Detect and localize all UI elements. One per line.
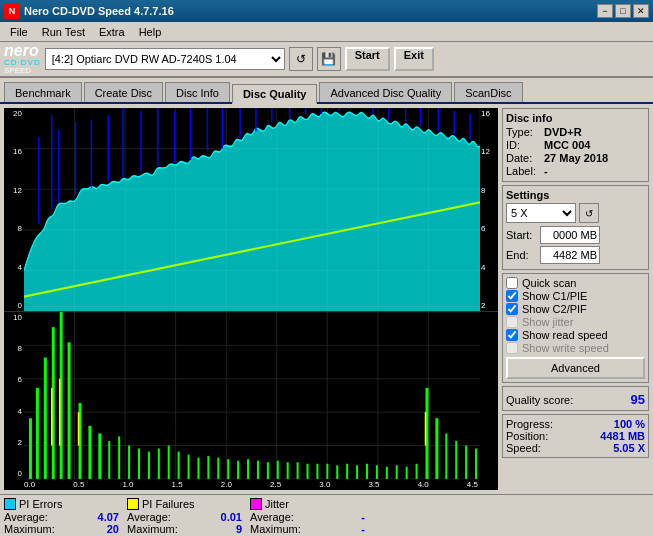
- svg-rect-105: [465, 446, 467, 479]
- jitter-header: Jitter: [250, 498, 365, 510]
- speed-row: 5 X ↺: [506, 203, 645, 223]
- read-speed-row: Show read speed: [506, 329, 645, 341]
- svg-rect-74: [158, 449, 160, 479]
- speed-select[interactable]: 5 X: [506, 203, 576, 223]
- jitter-checkbox: [506, 316, 518, 328]
- bottom-chart-y-right: [480, 312, 498, 479]
- svg-rect-61: [36, 388, 39, 479]
- quality-score-value: 95: [631, 392, 645, 407]
- quick-scan-checkbox[interactable]: [506, 277, 518, 289]
- svg-rect-87: [287, 462, 289, 479]
- svg-rect-95: [366, 464, 368, 479]
- jitter-max-row: Maximum: -: [250, 523, 365, 535]
- jitter-avg-row: Average: -: [250, 511, 365, 523]
- svg-rect-82: [237, 461, 239, 479]
- write-speed-label: Show write speed: [522, 342, 609, 354]
- c2-pif-checkbox[interactable]: [506, 303, 518, 315]
- pi-errors-header: PI Errors: [4, 498, 119, 510]
- quality-row: Quality score: 95: [506, 392, 645, 407]
- end-input[interactable]: [540, 246, 600, 264]
- disc-info-title: Disc info: [506, 112, 645, 124]
- speed-value: 5.05 X: [613, 442, 645, 454]
- tab-advanced-disc-quality[interactable]: Advanced Disc Quality: [319, 82, 452, 102]
- pi-failures-avg-row: Average: 0.01: [127, 511, 242, 523]
- tab-benchmark[interactable]: Benchmark: [4, 82, 82, 102]
- c1-pie-label: Show C1/PIE: [522, 290, 587, 302]
- jitter-row: Show jitter: [506, 316, 645, 328]
- menu-run-test[interactable]: Run Test: [36, 24, 91, 40]
- advanced-button[interactable]: Advanced: [506, 357, 645, 379]
- menu-extra[interactable]: Extra: [93, 24, 131, 40]
- disc-id-label: ID:: [506, 139, 544, 151]
- menu-help[interactable]: Help: [133, 24, 168, 40]
- save-button[interactable]: 💾: [317, 47, 341, 71]
- settings-title: Settings: [506, 189, 645, 201]
- logo-speed-text: SPEED: [4, 67, 41, 75]
- maximize-button[interactable]: □: [615, 4, 631, 18]
- start-label: Start:: [506, 229, 536, 241]
- svg-rect-77: [188, 455, 190, 479]
- bottom-chart-y-left: 10 8 6 4 2 0: [4, 312, 24, 479]
- progress-label: Progress:: [506, 418, 553, 430]
- titlebar-left: N Nero CD-DVD Speed 4.7.7.16: [4, 3, 174, 19]
- menubar: File Run Test Extra Help: [0, 22, 653, 42]
- pi-failures-max-label: Maximum:: [127, 523, 178, 535]
- write-speed-checkbox: [506, 342, 518, 354]
- svg-rect-103: [445, 433, 447, 479]
- svg-rect-68: [98, 433, 101, 479]
- disc-label-label: Label:: [506, 165, 544, 177]
- tab-create-disc[interactable]: Create Disc: [84, 82, 163, 102]
- jitter-label: Show jitter: [522, 316, 573, 328]
- disc-date-label: Date:: [506, 152, 544, 164]
- close-button[interactable]: ✕: [633, 4, 649, 18]
- svg-rect-78: [197, 458, 199, 479]
- start-button[interactable]: Start: [345, 47, 390, 71]
- logo-nero-text: nero: [4, 43, 41, 59]
- svg-rect-94: [356, 465, 358, 479]
- pi-errors-avg-label: Average:: [4, 511, 48, 523]
- bottom-chart-svg: [24, 312, 480, 479]
- svg-rect-70: [118, 437, 120, 479]
- svg-rect-72: [138, 449, 140, 479]
- svg-rect-84: [257, 461, 259, 479]
- pi-errors-max-row: Maximum: 20: [4, 523, 119, 535]
- tab-disc-info[interactable]: Disc Info: [165, 82, 230, 102]
- quick-scan-label: Quick scan: [522, 277, 576, 289]
- settings-refresh-btn[interactable]: ↺: [579, 203, 599, 223]
- progress-value: 100 %: [614, 418, 645, 430]
- start-input[interactable]: [540, 226, 600, 244]
- svg-rect-76: [178, 452, 180, 479]
- svg-rect-90: [316, 464, 318, 479]
- svg-rect-71: [128, 446, 130, 479]
- refresh-button[interactable]: ↺: [289, 47, 313, 71]
- svg-rect-69: [108, 441, 110, 479]
- c1-pie-row: Show C1/PIE: [506, 290, 645, 302]
- options-section: Quick scan Show C1/PIE Show C2/PIF Show …: [502, 273, 649, 383]
- pi-failures-stat: PI Failures Average: 0.01 Maximum: 9 Tot…: [127, 498, 242, 536]
- read-speed-checkbox[interactable]: [506, 329, 518, 341]
- c1-pie-checkbox[interactable]: [506, 290, 518, 302]
- minimize-button[interactable]: −: [597, 4, 613, 18]
- pi-errors-max-value: 20: [107, 523, 119, 535]
- tab-scandisc[interactable]: ScanDisc: [454, 82, 522, 102]
- top-chart-y-right: 16 12 8 6 4 2: [480, 108, 498, 311]
- svg-rect-88: [297, 462, 299, 479]
- jitter-avg-value: -: [361, 511, 365, 523]
- disc-label-row: Label: -: [506, 165, 645, 177]
- tab-disc-quality[interactable]: Disc Quality: [232, 84, 318, 104]
- menu-file[interactable]: File: [4, 24, 34, 40]
- nero-logo: nero CD·DVD SPEED: [4, 43, 41, 75]
- tabs-bar: Benchmark Create Disc Disc Info Disc Qua…: [0, 78, 653, 104]
- svg-rect-80: [217, 458, 219, 479]
- jitter-max-value: -: [361, 523, 365, 535]
- svg-rect-89: [307, 464, 309, 479]
- svg-rect-97: [386, 467, 388, 479]
- svg-rect-60: [29, 418, 32, 479]
- jitter-stat: Jitter Average: - Maximum: - PO failures…: [250, 498, 365, 536]
- c2-pif-label: Show C2/PIF: [522, 303, 587, 315]
- pi-failures-avg-value: 0.01: [221, 511, 242, 523]
- svg-rect-104: [455, 441, 457, 479]
- exit-button[interactable]: Exit: [394, 47, 434, 71]
- drive-select[interactable]: [4:2] Optiarc DVD RW AD-7240S 1.04: [45, 48, 285, 70]
- pi-errors-max-label: Maximum:: [4, 523, 55, 535]
